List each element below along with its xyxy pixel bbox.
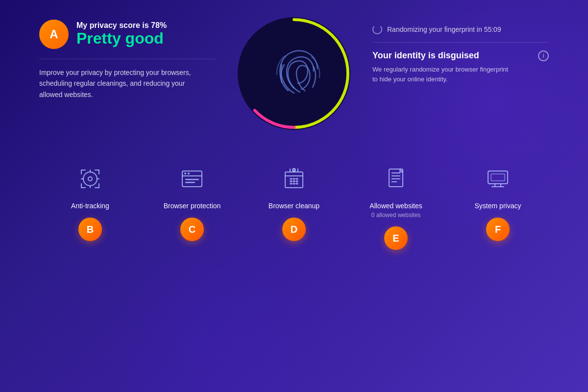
svg-point-4	[88, 177, 92, 181]
identity-description: We regularly randomize your browser fing…	[372, 65, 510, 84]
svg-point-0	[238, 17, 350, 130]
timer-icon	[372, 24, 382, 34]
browser-cleanup-badge[interactable]: D	[282, 218, 306, 241]
svg-point-12	[188, 172, 190, 174]
svg-point-11	[184, 172, 186, 174]
allowed-websites-icon-wrapper	[379, 162, 413, 196]
allowed-websites-label: Allowed websites	[369, 202, 422, 210]
browser-protection-label: Browser protection	[164, 202, 221, 210]
browser-cleanup-icon	[280, 165, 308, 193]
browser-protection-icon	[178, 165, 206, 193]
allowed-websites-icon	[382, 165, 410, 193]
timer-text: Randomizing your fingerprint in 55:09	[387, 25, 501, 33]
browser-protection-badge[interactable]: C	[180, 218, 204, 241]
feature-browser-cleanup[interactable]: Browser cleanup D	[243, 162, 345, 241]
system-privacy-icon	[484, 165, 512, 193]
right-panel: Randomizing your fingerprint in 55:09 Yo…	[372, 20, 549, 84]
svg-point-3	[83, 172, 97, 186]
allowed-websites-sublabel: 0 allowed websites	[371, 212, 421, 219]
system-privacy-badge[interactable]: F	[486, 218, 510, 241]
feature-system-privacy[interactable]: System privacy F	[447, 162, 549, 241]
anti-tracking-label: Anti-tracking	[71, 202, 109, 210]
fingerprint-container	[235, 15, 353, 132]
browser-cleanup-label: Browser cleanup	[269, 202, 319, 210]
allowed-websites-badge[interactable]: E	[384, 226, 408, 250]
avatar: A	[39, 20, 69, 49]
svg-rect-36	[491, 174, 505, 181]
divider	[39, 59, 216, 59]
progress-ring-svg	[235, 15, 353, 132]
feature-allowed-websites[interactable]: Allowed websites 0 allowed websites E	[345, 162, 447, 250]
anti-tracking-icon	[76, 165, 104, 193]
anti-tracking-badge[interactable]: B	[78, 218, 102, 241]
features-section: Anti-tracking B Browser protection C	[39, 162, 549, 250]
info-icon[interactable]: i	[538, 50, 549, 61]
privacy-description: Improve your privacy by protecting your …	[39, 67, 196, 100]
score-value: Pretty good	[76, 30, 167, 47]
left-panel: A My privacy score is 78% Pretty good Im…	[39, 20, 216, 100]
score-label: My privacy score is 78%	[76, 21, 167, 30]
anti-tracking-icon-wrapper	[73, 162, 107, 196]
identity-title: Your identity is disguised	[372, 50, 510, 61]
feature-browser-protection[interactable]: Browser protection C	[141, 162, 243, 241]
browser-protection-icon-wrapper	[175, 162, 209, 196]
system-privacy-icon-wrapper	[481, 162, 515, 196]
svg-rect-13	[185, 179, 199, 180]
system-privacy-label: System privacy	[475, 202, 521, 210]
feature-anti-tracking[interactable]: Anti-tracking B	[39, 162, 141, 241]
svg-rect-14	[185, 182, 195, 183]
browser-cleanup-icon-wrapper	[277, 162, 311, 196]
